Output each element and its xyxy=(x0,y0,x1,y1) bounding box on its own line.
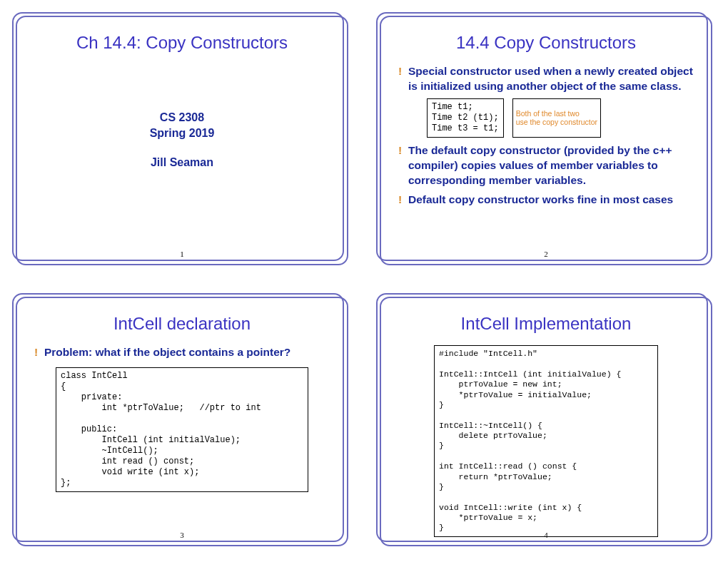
slide-frame: Ch 14.4: Copy Constructors CS 2308 Sprin… xyxy=(16,16,348,265)
bullet-3: Default copy constructor works fine in m… xyxy=(398,193,694,208)
text-bold: default copy constructor xyxy=(431,144,561,156)
slide-1: Ch 14.4: Copy Constructors CS 2308 Sprin… xyxy=(0,0,364,281)
slide-3: IntCell declaration Problem: what if the… xyxy=(0,281,364,562)
page-number: 4 xyxy=(544,531,548,539)
code-snippet: Time t1; Time t2 (t1); Time t3 = t1; xyxy=(427,98,504,138)
slide-frame: IntCell declaration Problem: what if the… xyxy=(16,297,348,546)
text-bold: same class xyxy=(619,80,678,92)
slide-4: IntCell Implementation #include "IntCell… xyxy=(364,281,728,562)
text: . xyxy=(678,80,681,92)
code-block: class IntCell { private: int *ptrToValue… xyxy=(56,367,308,492)
annotation: Both of the last two use the copy constr… xyxy=(512,98,601,138)
text-bold: initialized xyxy=(420,80,471,92)
page-number: 1 xyxy=(180,250,184,258)
annotation-line: use the copy constructor xyxy=(516,118,597,127)
slide-title: IntCell declaration xyxy=(34,314,330,334)
page-number: 3 xyxy=(180,531,184,539)
annotation-line: Both of the last two xyxy=(516,109,597,118)
bullet-2: The default copy constructor (provided b… xyxy=(398,143,694,188)
author-name: Jill Seaman xyxy=(34,155,330,170)
slide-frame: IntCell Implementation #include "IntCell… xyxy=(380,297,712,546)
slide-title: IntCell Implementation xyxy=(398,314,694,334)
page-number: 2 xyxy=(544,250,548,258)
code-block: #include "IntCell.h" IntCell::IntCell (i… xyxy=(434,345,658,537)
slide-2: 14.4 Copy Constructors Special construct… xyxy=(364,0,728,281)
course-code: CS 2308 xyxy=(34,110,330,126)
text: using another object of the xyxy=(471,80,620,92)
course-term: Spring 2019 xyxy=(34,126,330,141)
course-info: CS 2308 Spring 2019 Jill Seaman xyxy=(34,110,330,170)
slide-title: 14.4 Copy Constructors xyxy=(398,33,694,53)
slide-frame: 14.4 Copy Constructors Special construct… xyxy=(380,16,712,265)
bullet-1: Problem: what if the object contains a p… xyxy=(34,345,330,360)
slide-title: Ch 14.4: Copy Constructors xyxy=(34,33,330,53)
text: The xyxy=(408,144,431,156)
code-row: Time t1; Time t2 (t1); Time t3 = t1; Bot… xyxy=(427,98,694,138)
bullet-1: Special constructor used when a newly cr… xyxy=(398,64,694,94)
